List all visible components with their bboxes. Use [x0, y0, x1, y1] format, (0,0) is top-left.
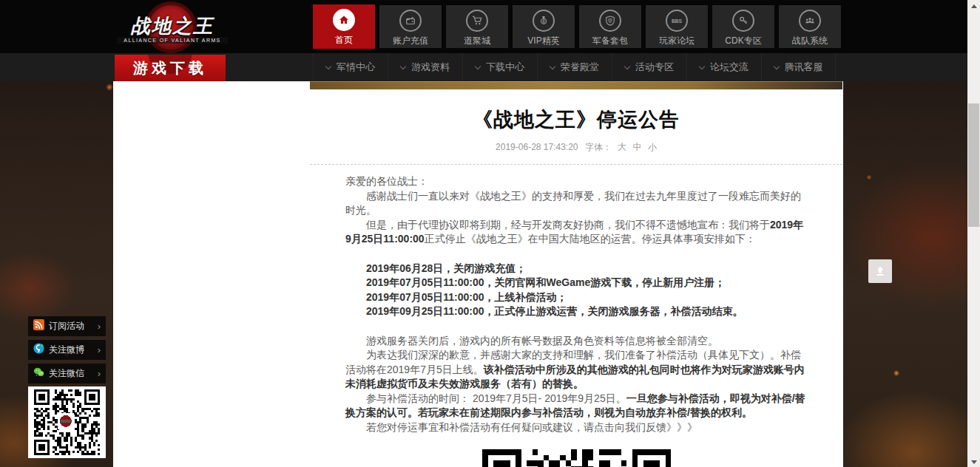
nav-button-cdk[interactable]: CDK专区 — [712, 5, 774, 48]
nav-button-clan[interactable]: 战队系统 — [779, 5, 841, 48]
medal-icon — [533, 10, 555, 32]
scrollbar-thumb[interactable] — [968, 103, 979, 227]
chevron-down-icon — [699, 63, 705, 69]
chevron-down-icon — [325, 63, 331, 69]
wechat-icon — [33, 367, 44, 381]
wechat-qr-code — [28, 386, 106, 458]
chevron-down-icon — [550, 63, 555, 69]
shield-icon — [599, 10, 621, 32]
chevron-down-icon — [475, 63, 481, 69]
svg-text:BBS: BBS — [672, 18, 683, 24]
rss-icon — [33, 319, 44, 333]
sidebar-item-weibo[interactable]: 关注微博 › — [28, 340, 106, 360]
logo-subtitle: ALLIANCE OF VALIANT ARMS — [117, 37, 228, 44]
arrow-up-icon — [874, 265, 886, 277]
announcement-article: 《战地之王》停运公告 2019-06-28 17:43:20 字体： 大 中 小… — [310, 89, 842, 467]
font-size-medium-button[interactable]: 中 — [633, 142, 642, 152]
paragraph: 游戏服务器关闭后，游戏内的所有帐号数据及角色资料等信息将被全部清空。 — [345, 334, 807, 349]
paragraph-feedback-link[interactable]: 若您对停运事宜和补偿活动有任何疑问或建议，请点击向我们反馈》》》 — [345, 420, 807, 435]
feedback-qr-code — [482, 449, 671, 467]
article-datetime: 2019-06-28 17:43:20 — [496, 142, 578, 152]
game-download-button[interactable]: 游戏下载 — [115, 55, 226, 81]
nav-button-forum[interactable]: BBS 玩家论坛 — [646, 5, 708, 48]
paragraph: 亲爱的各位战士： — [345, 174, 807, 189]
paragraph-schedule: 2019年07月05日11:00:00，上线补偿活动； — [345, 290, 807, 305]
team-icon — [799, 10, 821, 32]
font-size-label: 字体： — [585, 142, 612, 152]
chevron-down-icon — [624, 63, 630, 69]
subnav-download-center[interactable]: 下载中心 — [462, 53, 537, 81]
article-meta: 2019-06-28 17:43:20 字体： 大 中 小 — [310, 141, 842, 154]
chevron-right-icon: › — [98, 344, 101, 355]
font-size-small-button[interactable]: 小 — [648, 142, 657, 152]
paragraph-schedule: 2019年06月28日，关闭游戏充值； — [345, 262, 807, 276]
weibo-icon — [33, 343, 44, 357]
nav-button-vip[interactable]: VIP精英 — [513, 5, 575, 48]
article-title: 《战地之王》停运公告 — [310, 106, 842, 133]
vertical-scrollbar[interactable] — [967, 0, 980, 467]
wallet-icon — [399, 10, 422, 32]
chevron-down-icon — [773, 63, 779, 69]
nav-button-home[interactable]: 首页 — [313, 4, 375, 49]
paragraph-schedule: 2019年07月05日11:00:00，关闭官网和WeGame游戏下载，停止新用… — [345, 276, 807, 290]
sidebar-item-wechat[interactable]: 关注微信 › — [28, 364, 106, 384]
scrollbar-up-arrow[interactable] — [967, 0, 980, 12]
content-area: 《战地之王》停运公告 2019-06-28 17:43:20 字体： 大 中 小… — [113, 81, 843, 467]
subnav-events[interactable]: 活动专区 — [612, 53, 686, 81]
bbs-icon: BBS — [666, 10, 688, 32]
subnav-forum-exchange[interactable]: 论坛交流 — [686, 53, 761, 81]
subnav-hall-of-honor[interactable]: 荣誉殿堂 — [537, 53, 612, 81]
dashed-divider — [310, 164, 842, 165]
cart-icon — [466, 10, 488, 32]
article-body: 亲爱的各位战士： 感谢战士们一直以来对《战地之王》的支持和厚爱，我们在过去九年里… — [345, 174, 807, 434]
sidebar-item-subscribe[interactable]: 订阅活动 › — [28, 316, 106, 336]
nav-button-mall[interactable]: 道聚城 — [446, 5, 508, 48]
paragraph-schedule: 2019年09月25日11:00:00，正式停止游戏运营，关闭游戏服务器，补偿活… — [345, 304, 807, 319]
site-logo[interactable]: 战地之王 ALLIANCE OF VALIANT ARMS — [117, 3, 228, 52]
font-size-large-button[interactable]: 大 — [618, 142, 626, 152]
subnav-game-info[interactable]: 游戏资料 — [388, 53, 462, 81]
back-to-top-button[interactable] — [868, 259, 892, 283]
paragraph: 感谢战士们一直以来对《战地之王》的支持和厚爱，我们在过去九年里度过了一段难忘而美… — [345, 189, 807, 218]
chevron-down-icon — [400, 63, 406, 69]
nav-button-recharge[interactable]: 账户充值 — [379, 5, 442, 48]
subnav-tencent-service[interactable]: 腾讯客服 — [761, 53, 836, 81]
home-icon — [333, 9, 355, 31]
paragraph: 参与补偿活动的时间： 2019年7月5日- 2019年9月25日。一旦您参与补偿… — [345, 392, 807, 420]
scrollbar-down-arrow[interactable] — [967, 455, 980, 467]
paragraph: 为表达我们深深的歉意，并感谢大家的支持和理解，我们准备了补偿活动（具体见下文）。… — [345, 348, 807, 392]
paragraph: 但是，由于代理协议即将到期，经与开发商友好协商，我们不得不遗憾地宣布：我们将于2… — [345, 218, 807, 247]
top-header-bar: 战地之王 ALLIANCE OF VALIANT ARMS 首页 账户充值 — [0, 0, 967, 53]
page-banner-image — [310, 81, 842, 89]
logo-title: 战地之王 — [117, 13, 228, 39]
main-navigation: 首页 账户充值 道聚城 VIP精英 — [313, 5, 841, 49]
key-icon — [732, 10, 754, 32]
nav-button-gearpack[interactable]: 军备套包 — [579, 5, 641, 48]
subnav-war-center[interactable]: 军情中心 — [313, 53, 388, 81]
page-background: 战地之王 ALLIANCE OF VALIANT ARMS 首页 账户充值 — [0, 0, 967, 467]
chevron-right-icon: › — [98, 321, 101, 332]
chevron-right-icon: › — [98, 368, 101, 379]
